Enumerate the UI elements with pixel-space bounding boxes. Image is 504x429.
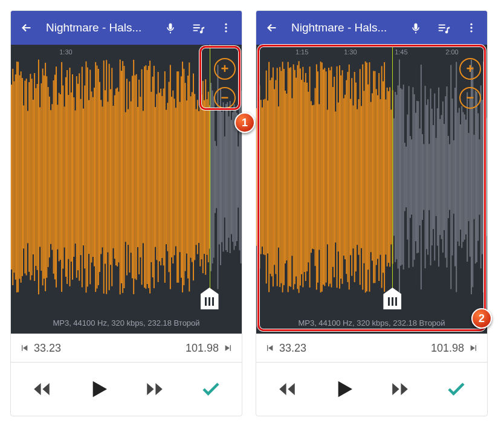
playlist-icon[interactable] bbox=[431, 16, 456, 40]
svg-rect-113 bbox=[160, 89, 161, 265]
svg-rect-76 bbox=[110, 89, 111, 265]
confirm-button[interactable] bbox=[194, 372, 228, 406]
svg-rect-312 bbox=[441, 115, 442, 239]
svg-rect-95 bbox=[136, 74, 137, 280]
mic-icon[interactable] bbox=[158, 16, 183, 40]
svg-rect-270 bbox=[384, 62, 385, 292]
svg-rect-131 bbox=[185, 83, 186, 271]
svg-rect-151 bbox=[212, 91, 213, 263]
svg-rect-180 bbox=[262, 108, 263, 247]
svg-rect-326 bbox=[460, 124, 461, 230]
zoom-out-button[interactable]: − bbox=[459, 87, 481, 109]
forward-button[interactable] bbox=[138, 372, 172, 406]
forward-button[interactable] bbox=[383, 372, 417, 406]
svg-rect-121 bbox=[171, 97, 172, 257]
svg-rect-162 bbox=[227, 102, 228, 252]
svg-rect-201 bbox=[290, 67, 291, 286]
svg-rect-36 bbox=[56, 66, 57, 288]
svg-rect-58 bbox=[86, 62, 87, 293]
svg-rect-92 bbox=[132, 76, 133, 278]
svg-rect-264 bbox=[376, 89, 377, 265]
svg-rect-185 bbox=[268, 62, 270, 292]
svg-rect-193 bbox=[279, 67, 280, 287]
svg-rect-305 bbox=[431, 109, 433, 245]
svg-point-0 bbox=[225, 24, 227, 25]
end-time[interactable]: 101.98 bbox=[431, 342, 479, 355]
svg-rect-160 bbox=[224, 137, 225, 218]
svg-rect-302 bbox=[427, 99, 428, 254]
svg-rect-285 bbox=[404, 143, 405, 211]
svg-rect-340 bbox=[479, 140, 480, 215]
svg-rect-236 bbox=[338, 103, 339, 252]
svg-rect-72 bbox=[105, 90, 106, 263]
play-button[interactable] bbox=[81, 372, 115, 406]
svg-rect-157 bbox=[220, 89, 221, 265]
svg-rect-321 bbox=[453, 140, 454, 214]
zoom-out-button[interactable]: − bbox=[214, 87, 236, 109]
waveform-area[interactable]: 1:30 + − MP3, 44100 Hz, 320 kbps, 232.18… bbox=[11, 45, 242, 334]
svg-rect-108 bbox=[153, 66, 155, 288]
rewind-button[interactable] bbox=[25, 372, 59, 406]
svg-rect-60 bbox=[88, 100, 89, 254]
more-icon[interactable] bbox=[459, 16, 483, 40]
svg-rect-291 bbox=[412, 87, 413, 266]
svg-rect-234 bbox=[335, 112, 336, 243]
svg-rect-89 bbox=[128, 109, 129, 245]
svg-rect-255 bbox=[363, 91, 364, 263]
svg-rect-253 bbox=[361, 106, 362, 248]
svg-rect-66 bbox=[97, 65, 98, 288]
svg-rect-26 bbox=[42, 68, 44, 285]
svg-rect-9 bbox=[19, 76, 21, 279]
play-button[interactable] bbox=[326, 372, 360, 406]
svg-rect-343 bbox=[483, 62, 484, 292]
confirm-button[interactable] bbox=[439, 372, 473, 406]
svg-rect-314 bbox=[444, 124, 445, 230]
more-icon[interactable] bbox=[214, 16, 238, 40]
back-icon[interactable] bbox=[260, 16, 284, 40]
svg-rect-87 bbox=[125, 112, 126, 242]
zoom-in-button[interactable]: + bbox=[459, 58, 481, 80]
svg-rect-21 bbox=[35, 88, 36, 266]
rewind-button[interactable] bbox=[270, 372, 304, 406]
svg-rect-331 bbox=[467, 92, 468, 262]
svg-rect-105 bbox=[149, 60, 150, 293]
svg-rect-127 bbox=[179, 102, 181, 253]
svg-rect-123 bbox=[174, 98, 175, 255]
back-icon[interactable] bbox=[15, 16, 39, 40]
svg-rect-328 bbox=[462, 112, 464, 242]
svg-rect-215 bbox=[309, 66, 311, 288]
svg-rect-107 bbox=[152, 77, 153, 277]
svg-rect-244 bbox=[349, 65, 350, 290]
svg-rect-94 bbox=[135, 76, 136, 279]
zoom-in-button[interactable]: + bbox=[214, 58, 236, 80]
svg-rect-265 bbox=[377, 95, 378, 259]
svg-rect-311 bbox=[439, 119, 441, 235]
svg-rect-62 bbox=[91, 91, 92, 262]
app-title: Nightmare - Hals... bbox=[291, 21, 400, 34]
start-time[interactable]: 33.23 bbox=[265, 342, 306, 355]
svg-rect-287 bbox=[407, 114, 408, 239]
svg-rect-304 bbox=[430, 89, 431, 266]
playhead bbox=[210, 45, 210, 309]
svg-rect-166 bbox=[232, 112, 233, 242]
waveform-area[interactable]: 1:15 1:30 1:45 2:00 + − MP3, 44100 Hz, 3… bbox=[256, 45, 487, 334]
svg-rect-50 bbox=[75, 111, 76, 244]
svg-rect-112 bbox=[159, 92, 160, 261]
svg-rect-96 bbox=[137, 107, 138, 247]
svg-rect-13 bbox=[24, 80, 25, 273]
svg-rect-273 bbox=[388, 91, 389, 263]
svg-rect-283 bbox=[401, 89, 402, 265]
playback-controls bbox=[256, 363, 487, 416]
time-range-row: 33.23 101.98 bbox=[11, 334, 242, 363]
svg-rect-63 bbox=[92, 97, 94, 257]
mic-icon[interactable] bbox=[404, 16, 428, 40]
playlist-icon[interactable] bbox=[186, 16, 210, 40]
svg-rect-47 bbox=[71, 92, 72, 262]
start-time[interactable]: 33.23 bbox=[19, 342, 61, 355]
svg-rect-212 bbox=[305, 73, 306, 281]
svg-rect-122 bbox=[172, 91, 173, 263]
svg-rect-146 bbox=[205, 79, 206, 275]
svg-rect-301 bbox=[426, 105, 427, 250]
svg-rect-324 bbox=[457, 112, 459, 241]
end-time[interactable]: 101.98 bbox=[186, 342, 233, 355]
